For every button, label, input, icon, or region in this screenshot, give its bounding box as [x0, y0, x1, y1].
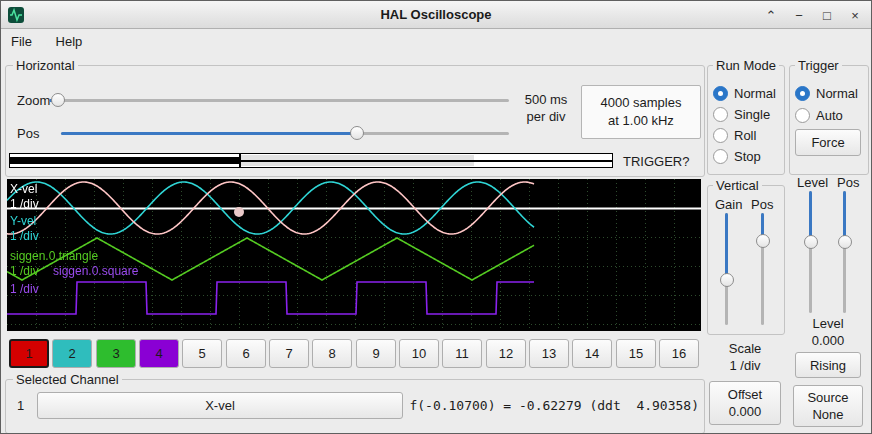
menu-file[interactable]: File: [1, 29, 42, 54]
selected-channel-name-button[interactable]: X-vel: [37, 392, 403, 419]
channel-button-8[interactable]: 8: [312, 339, 352, 368]
channel-button-11[interactable]: 11: [442, 339, 482, 368]
run-mode-normal-radio[interactable]: Normal: [713, 85, 776, 101]
trigger-pos-slider[interactable]: [837, 191, 853, 313]
trace-label: 1 /div: [10, 230, 39, 243]
function-readout: f(-0.10700) = -0.62279 (ddt 4.90358): [399, 398, 699, 413]
zoom-slider-thumb[interactable]: [51, 93, 65, 107]
trace-label: Y-vel: [10, 215, 36, 228]
trace-label: 1 /div: [10, 198, 39, 211]
radio-label: Normal: [816, 86, 858, 101]
trigger-level-thumb[interactable]: [804, 235, 818, 249]
radio-label: Roll: [734, 128, 756, 143]
titlebar: HAL Oscilloscope ⌃ − □ ×: [1, 1, 871, 29]
channel-button-7[interactable]: 7: [269, 339, 309, 368]
radio-label: Single: [734, 107, 770, 122]
scale-label: Scale: [707, 341, 783, 356]
channel-button-15[interactable]: 15: [616, 339, 656, 368]
radio-icon: [795, 108, 810, 123]
radio-icon: [713, 149, 728, 164]
scope-display[interactable]: X-vel1 /divY-vel1 /divsiggen.0.triangle1…: [7, 179, 701, 331]
zoom-label: Zoom: [17, 93, 50, 108]
trace-label: X-vel: [10, 183, 37, 196]
trigger-edge-button[interactable]: Rising: [795, 352, 861, 378]
horizontal-group-label: Horizontal: [13, 58, 78, 73]
trigger-source-button[interactable]: Source None: [793, 385, 863, 427]
zoom-slider-track: [49, 99, 509, 102]
vertical-pos-thumb[interactable]: [756, 234, 770, 248]
window-title: HAL Oscilloscope: [1, 1, 871, 29]
radio-icon: [713, 128, 728, 143]
trace-label: 1 /div: [10, 265, 39, 278]
samples-readout: 4000 samples at 1.00 kHz: [581, 85, 701, 139]
run-mode-single-radio[interactable]: Single: [713, 106, 770, 122]
trigger-auto-radio[interactable]: Auto: [795, 107, 843, 123]
trace-label: 1 /div: [10, 283, 39, 296]
zoom-slider[interactable]: [49, 92, 509, 108]
channel-button-3[interactable]: 3: [96, 339, 136, 368]
channel-button-9[interactable]: 9: [356, 339, 396, 368]
radio-label: Stop: [734, 149, 761, 164]
trace-label: siggen.0.triangle: [10, 250, 98, 263]
menu-help[interactable]: Help: [46, 29, 93, 54]
run-mode-roll-radio[interactable]: Roll: [713, 127, 756, 143]
shade-button[interactable]: ⌃: [763, 8, 779, 23]
channel-button-6[interactable]: 6: [226, 339, 266, 368]
window-controls: ⌃ − □ ×: [763, 1, 863, 29]
menubar: File Help: [1, 29, 871, 55]
channel-button-5[interactable]: 5: [182, 339, 222, 368]
radio-icon: [713, 86, 728, 101]
channel-button-14[interactable]: 14: [572, 339, 612, 368]
trigger-pos-thumb[interactable]: [838, 235, 852, 249]
offset-button[interactable]: Offset 0.000: [709, 381, 781, 425]
close-button[interactable]: ×: [847, 8, 863, 23]
run-mode-group-label: Run Mode: [713, 58, 779, 73]
horizontal-pos-slider[interactable]: [61, 125, 509, 141]
pos-slider-fill: [61, 132, 357, 135]
channel-button-4[interactable]: 4: [139, 339, 179, 368]
channel-button-1[interactable]: 1: [9, 339, 49, 368]
channel-button-16[interactable]: 16: [659, 339, 699, 368]
force-button[interactable]: Force: [795, 129, 861, 156]
hal-oscilloscope-window: HAL Oscilloscope ⌃ − □ × File Help Horiz…: [0, 0, 872, 434]
vertical-group-label: Vertical: [713, 178, 762, 193]
vertical-pos-slider[interactable]: [755, 213, 771, 325]
time-per-div-readout: 500 ms per div: [515, 91, 577, 125]
trigger-hint-label: TRIGGER?: [623, 154, 689, 169]
trigger-pos-label: Pos: [837, 175, 859, 190]
channel-button-2[interactable]: 2: [52, 339, 92, 368]
timeline-baseline: [239, 160, 612, 162]
gain-fill: [725, 213, 728, 280]
radio-label: Auto: [816, 108, 843, 123]
radio-icon: [795, 86, 810, 101]
pos-label: Pos: [17, 126, 39, 141]
gain-label: Gain: [715, 197, 742, 212]
selected-channel-group-label: Selected Channel: [13, 372, 122, 387]
recorded-data-bar: [10, 157, 239, 164]
waveform-canvas[interactable]: [7, 179, 701, 331]
trigger-level-label: Level: [797, 175, 828, 190]
record-overview-bar[interactable]: [9, 153, 613, 168]
selected-channel-number: 1: [17, 398, 24, 413]
pos-slider-thumb[interactable]: [350, 126, 364, 140]
trace-label: siggen.0.square: [53, 265, 138, 278]
channel-button-12[interactable]: 12: [486, 339, 526, 368]
trigger-group-label: Trigger: [795, 58, 842, 73]
trigger-level-slider[interactable]: [803, 191, 819, 313]
run-mode-stop-radio[interactable]: Stop: [713, 148, 761, 164]
gain-slider[interactable]: [719, 213, 735, 325]
gain-thumb[interactable]: [720, 273, 734, 287]
scale-value: 1 /div: [707, 358, 783, 373]
maximize-button[interactable]: □: [819, 8, 835, 23]
trigger-level-value: 0.000: [789, 333, 867, 348]
vertical-pos-label: Pos: [751, 197, 773, 212]
minimize-button[interactable]: −: [791, 8, 807, 23]
trigger-normal-radio[interactable]: Normal: [795, 85, 858, 101]
radio-icon: [713, 107, 728, 122]
trigger-level-readout-label: Level: [789, 316, 867, 331]
radio-label: Normal: [734, 86, 776, 101]
channel-button-10[interactable]: 10: [399, 339, 439, 368]
channel-button-13[interactable]: 13: [529, 339, 569, 368]
